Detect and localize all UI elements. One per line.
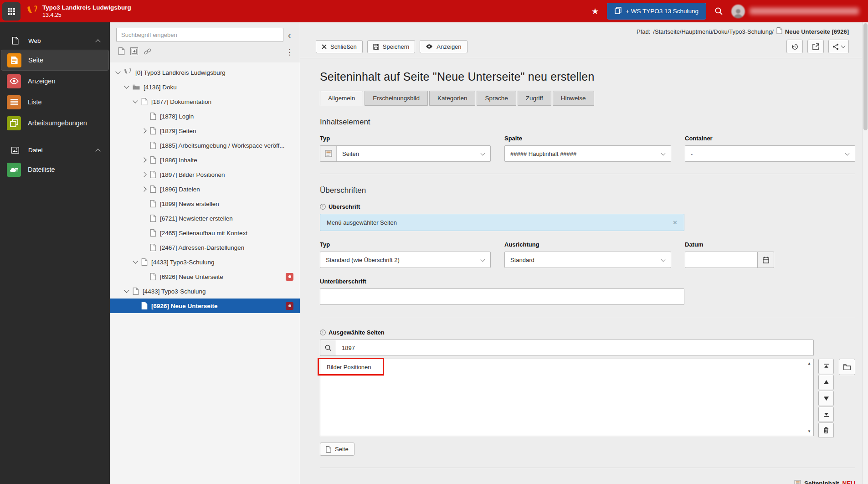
star-icon[interactable]: ★: [591, 6, 599, 16]
filelist-icon: [7, 163, 21, 177]
view-button-label: Anzeigen: [437, 43, 461, 50]
module-item-seite[interactable]: Seite: [1, 50, 109, 71]
selected-pages-listbox[interactable]: Bilder Positionen ▲ ▼: [320, 359, 814, 436]
path-prefix: Pfad:: [637, 28, 650, 35]
module-item-label: Anzeigen: [28, 77, 55, 85]
ueberschrift-typ-select[interactable]: Standard (wie Überschrift 2): [320, 252, 491, 268]
workspace-version-icon: [286, 302, 293, 310]
tree-node[interactable]: [6721] Newsletter erstellen: [110, 211, 300, 226]
scroll-up-icon[interactable]: ▲: [807, 361, 811, 366]
web-icon: [11, 37, 19, 45]
view-button[interactable]: Anzeigen: [420, 40, 467, 53]
ueberschrift-field: Menü ausgewählter Seiten ✕: [320, 214, 684, 231]
module-item-arbeitsumgebungen[interactable]: Arbeitsumgebungen: [0, 113, 110, 134]
record-type-label: Seiteninhalt: [804, 480, 839, 484]
record-page-icon: [776, 27, 782, 36]
typ-select[interactable]: Seiten: [320, 145, 491, 162]
tree-node[interactable]: [1879] Seiten: [110, 124, 300, 138]
save-button[interactable]: Speichern: [367, 40, 416, 53]
new-link-icon[interactable]: [144, 48, 152, 57]
tree-node[interactable]: [6926] Neue Unterseite: [110, 299, 300, 313]
chevron-down-icon[interactable]: [133, 258, 138, 263]
chevron-down-icon[interactable]: [124, 83, 129, 88]
page-search-input[interactable]: [336, 340, 814, 356]
tree-node[interactable]: [4136] Doku: [110, 80, 300, 94]
chevron-right-icon[interactable]: [141, 186, 146, 191]
close-button[interactable]: Schließen: [316, 40, 363, 53]
ausrichtung-select[interactable]: Standard: [504, 252, 671, 268]
module-group-datei[interactable]: Datei: [0, 141, 110, 159]
tree-node[interactable]: [2465] Seitenaufbau mit Kontext: [110, 226, 300, 240]
history-icon[interactable]: [786, 40, 803, 53]
chevron-right-icon[interactable]: [141, 128, 146, 133]
unterueberschrift-input[interactable]: [320, 288, 684, 305]
no-expander: [134, 304, 137, 308]
tree-node[interactable]: [4433] Typo3-Schulung: [110, 284, 300, 299]
scrollbar[interactable]: [862, 22, 868, 484]
tree-node[interactable]: [1899] News erstellen: [110, 196, 300, 211]
record-type-footer: Seiteninhalt NEU: [320, 480, 855, 484]
tree-node[interactable]: [0] Typo3 Landkreis Ludwigsburg: [110, 65, 300, 80]
page-title: Seiteninhalt auf Seite "Neue Unterseite"…: [320, 70, 855, 83]
module-item-liste[interactable]: Liste: [0, 92, 110, 113]
tree-node[interactable]: [1886] Inhalte: [110, 153, 300, 167]
list-item[interactable]: Bilder Positionen: [320, 359, 378, 371]
search-icon[interactable]: [714, 7, 723, 15]
chevron-right-icon[interactable]: [141, 157, 146, 162]
module-item-anzeigen[interactable]: Anzeigen: [0, 71, 110, 92]
module-item-dateiliste[interactable]: Dateiliste: [0, 159, 110, 180]
tab-erscheinungsbild[interactable]: Erscheinungsbild: [365, 91, 428, 106]
tab-hinweise[interactable]: Hinweise: [553, 91, 594, 106]
no-expander: [142, 202, 146, 206]
scrollbar-thumb[interactable]: [863, 23, 868, 130]
move-to-bottom-icon[interactable]: [818, 407, 834, 422]
move-down-icon[interactable]: [818, 391, 834, 406]
user-menu[interactable]: [731, 5, 859, 18]
clear-icon[interactable]: ✕: [673, 219, 678, 226]
tree-node[interactable]: [1878] Login: [110, 109, 300, 124]
tree-node[interactable]: [1877] Dokumentation: [110, 94, 300, 109]
app-grid-icon[interactable]: [2, 2, 21, 21]
chevron-down-icon: [661, 257, 666, 262]
datum-input[interactable]: [685, 252, 758, 268]
tree-node[interactable]: [1897] Bilder Positionen: [110, 167, 300, 182]
chevron-down-icon[interactable]: [133, 98, 138, 103]
tree-search-input[interactable]: [116, 28, 283, 42]
new-page-icon[interactable]: [118, 47, 125, 57]
spalte-select[interactable]: ##### Hauptinhalt #####: [504, 145, 671, 162]
module-group-label: Datei: [28, 147, 43, 154]
ueberschrift-typ-value: Standard (wie Überschrift 2): [320, 257, 413, 263]
ueberschrift-value: Menü ausgewählter Seiten: [327, 219, 397, 226]
tab-zugriff[interactable]: Zugriff: [518, 91, 551, 106]
calendar-icon[interactable]: [757, 252, 774, 268]
tree-node-label: [6926] Neue Unterseite: [160, 273, 223, 280]
module-group-web[interactable]: Web: [0, 31, 110, 50]
container-value: -: [685, 150, 706, 157]
tab-sprache[interactable]: Sprache: [477, 91, 516, 106]
chevron-down-icon[interactable]: [124, 288, 129, 293]
tree-node-label: [0] Typo3 Landkreis Ludwigsburg: [135, 69, 226, 76]
tree-node[interactable]: [4433] Typo3-Schulung: [110, 255, 300, 269]
chevron-right-icon[interactable]: [141, 172, 146, 177]
delete-icon[interactable]: [818, 422, 834, 438]
tree-more-icon[interactable]: ⋮: [286, 47, 293, 57]
record-title: Neue Unterseite [6926]: [785, 28, 849, 35]
workspace-button[interactable]: + WS TYPO3 13 Schulung: [607, 3, 706, 20]
move-to-top-icon[interactable]: [818, 359, 834, 374]
share-icon[interactable]: [828, 40, 849, 53]
tree-node[interactable]: [1885] Arbeitsumgebung / Workspace veröf…: [110, 138, 300, 153]
tab-kategorien[interactable]: Kategorien: [429, 91, 475, 106]
chevron-down-icon[interactable]: [115, 69, 120, 74]
move-up-icon[interactable]: [818, 375, 834, 390]
tree-node[interactable]: [2467] Adressen-Darstellungen: [110, 240, 300, 255]
add-page-button[interactable]: Seite: [320, 443, 354, 456]
collapse-tree-icon[interactable]: ‹: [283, 28, 295, 42]
tree-node[interactable]: [1896] Dateien: [110, 182, 300, 196]
folder-icon[interactable]: [839, 359, 855, 375]
container-select[interactable]: -: [685, 145, 855, 162]
tree-node[interactable]: [6926] Neue Unterseite: [110, 269, 300, 284]
tab-allgemein[interactable]: Allgemein: [320, 91, 363, 106]
new-shortcut-icon[interactable]: [130, 47, 138, 57]
open-in-new-icon[interactable]: [807, 40, 824, 53]
scroll-down-icon[interactable]: ▼: [807, 429, 811, 433]
